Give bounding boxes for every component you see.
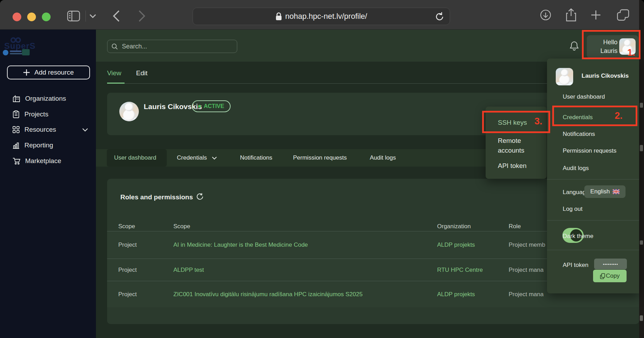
scope-name-link[interactable]: AI in Medicine: Laughter is the Best Med…	[173, 241, 308, 248]
scope-name-link[interactable]: ALDPP test	[173, 267, 204, 274]
search-icon	[112, 43, 118, 50]
back-button-icon[interactable]	[112, 10, 120, 22]
downloads-icon[interactable]	[540, 9, 552, 21]
user-menu-item-permission-requests[interactable]: Permission requests	[563, 147, 616, 154]
supers-logo-text: SuperS	[4, 41, 36, 51]
partner-logo	[22, 49, 30, 55]
status-badge: ACTIVE	[192, 100, 231, 112]
lock-icon	[276, 12, 282, 21]
menu-divider	[547, 250, 639, 250]
tab-credentials[interactable]: Credentials	[177, 149, 217, 167]
tab-notifications[interactable]: Notifications	[240, 149, 272, 167]
roles-title: Roles and permissions	[120, 193, 193, 201]
api-token-masked-field[interactable]: •••••••••	[594, 259, 627, 269]
cart-icon	[13, 157, 20, 165]
annotation-box-2	[552, 106, 637, 126]
column-organization: Organization	[437, 223, 471, 230]
active-tab-underline	[107, 83, 125, 84]
sidebar-toggle-icon[interactable]	[67, 10, 80, 22]
reload-icon[interactable]	[435, 12, 444, 22]
forward-button-icon[interactable]	[138, 10, 146, 22]
user-menu-item-audit-logs[interactable]: Audit logs	[563, 165, 589, 172]
bar-chart-icon	[13, 142, 20, 149]
tab-user-dashboard[interactable]: User dashboard	[114, 149, 156, 167]
search-box[interactable]	[107, 40, 237, 53]
sliver-fragment	[640, 103, 643, 108]
tab-overview-icon[interactable]	[617, 9, 629, 21]
tab-audit-logs[interactable]: Audit logs	[370, 149, 396, 167]
sliver-fragment	[640, 315, 643, 321]
minimize-window-button[interactable]	[27, 13, 36, 21]
menu-divider	[547, 179, 639, 179]
status-dot-icon	[198, 105, 201, 108]
sidebar-item-resources[interactable]: Resources	[13, 124, 89, 135]
app-sidebar: SuperS Add resource Organizations Projec…	[0, 30, 96, 338]
sliver-fragment	[640, 240, 643, 245]
building-icon	[13, 95, 20, 102]
university-logo-text	[10, 51, 22, 52]
organization-link[interactable]: ALDP projekts	[437, 291, 475, 298]
copy-icon	[600, 273, 605, 279]
user-menu-item-user-dashboard[interactable]: User dashboard	[563, 93, 605, 100]
copy-token-button[interactable]: Copy	[593, 270, 627, 282]
uk-flag-icon	[613, 189, 620, 194]
add-resource-button[interactable]: Add resource	[7, 66, 90, 79]
user-menu-item-notifications[interactable]: Notifications	[563, 131, 595, 138]
notifications-bell-icon[interactable]	[570, 41, 579, 51]
search-input[interactable]	[122, 43, 233, 50]
tab-permission-requests[interactable]: Permission requests	[293, 149, 347, 167]
annotation-label-1: 1.	[627, 47, 635, 58]
browser-window: nohap.hpc-net.lv/profile/	[0, 0, 644, 338]
tab-group-chevron-icon[interactable]	[89, 14, 96, 18]
refresh-icon[interactable]	[196, 193, 204, 200]
toolbar-divider	[85, 10, 86, 22]
organization-link[interactable]: RTU HPC Centre	[437, 267, 483, 274]
sidebar-item-projects[interactable]: Projects	[13, 109, 89, 120]
sidebar-item-reporting[interactable]: Reporting	[13, 140, 89, 151]
plus-icon	[23, 69, 30, 76]
sidebar-item-marketplace[interactable]: Marketplace	[13, 156, 89, 166]
browser-toolbar: nohap.hpc-net.lv/profile/	[0, 0, 644, 30]
menu-item-remote-accounts[interactable]: Remote accounts	[498, 136, 536, 155]
menu-divider	[547, 220, 639, 221]
close-window-button[interactable]	[13, 13, 21, 21]
annotation-label-2: 2.	[615, 110, 623, 121]
share-icon[interactable]	[566, 8, 576, 22]
sliver-fragment	[640, 145, 643, 151]
maximize-window-button[interactable]	[42, 13, 51, 21]
scope-name-link[interactable]: ZIC001 Inovatīvu digitālu risinājumu rad…	[173, 291, 362, 298]
clipboard-icon	[13, 110, 20, 118]
language-select[interactable]: English	[584, 185, 626, 198]
tab-view[interactable]: View	[107, 69, 121, 77]
sidebar-item-organizations[interactable]: Organizations	[13, 93, 89, 104]
user-menu: Lauris Cikovskis User dashboard Credenti…	[547, 59, 639, 293]
user-menu-avatar	[556, 68, 573, 85]
chevron-down-icon	[212, 156, 217, 160]
new-tab-icon[interactable]	[591, 10, 601, 20]
api-token-label: API token	[563, 262, 589, 269]
menu-item-api-token[interactable]: API token	[498, 162, 526, 170]
address-bar[interactable]: nohap.hpc-net.lv/profile/	[193, 8, 450, 25]
chevron-down-icon	[82, 128, 88, 132]
organization-link[interactable]: ALDP projekts	[437, 241, 475, 248]
dark-theme-label: Dark theme	[563, 233, 593, 240]
tab-edit[interactable]: Edit	[136, 69, 148, 77]
grid-icon	[13, 126, 20, 133]
university-logo	[3, 50, 8, 55]
user-menu-name: Lauris Cikovskis	[582, 72, 629, 79]
user-menu-item-log-out[interactable]: Log out	[563, 206, 583, 213]
profile-avatar	[119, 102, 139, 121]
address-bar-url: nohap.hpc-net.lv/profile/	[285, 12, 367, 21]
annotation-label-3: 3.	[534, 116, 542, 127]
